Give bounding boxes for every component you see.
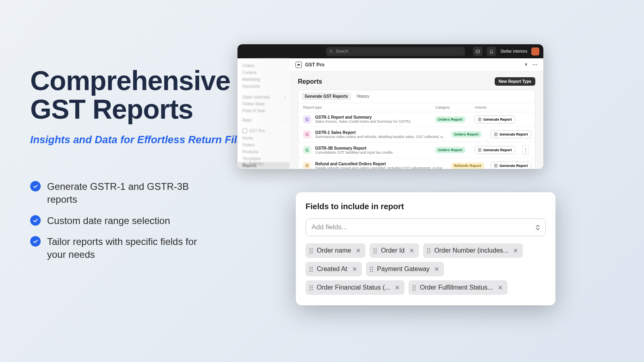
check-icon	[30, 181, 41, 191]
generate-report-button[interactable]: Generate Report	[491, 162, 531, 169]
row-title: GSTR-3B Summary Report	[315, 146, 432, 150]
row-text: GSTR-1 Sales Report Summarizes sales ord…	[315, 130, 448, 139]
remove-chip-button[interactable]	[355, 247, 361, 254]
tabs: Generate GST Reports History	[298, 90, 535, 103]
remove-chip-button[interactable]	[409, 247, 415, 254]
sidebar-item[interactable]: Home	[237, 135, 290, 142]
col-category: Category	[435, 105, 471, 109]
chip-label: Created At	[317, 265, 347, 273]
bullet-text: Generate GSTR-1 and GSTR-3B reports	[47, 180, 216, 206]
bullet-text: Custom date range selection	[47, 214, 170, 227]
field-chip[interactable]: Order Fulfillment Status...	[409, 280, 507, 295]
feature-bullet: Tailor reports with specific fields for …	[30, 235, 272, 261]
row-title: GSTR-1 Report and Summary	[315, 115, 432, 119]
hero-section: Comprehensive GST Reports Insights and D…	[30, 66, 272, 269]
svg-point-0	[330, 50, 332, 52]
drag-handle-icon[interactable]	[310, 248, 313, 253]
sidebar-item[interactable]: Products	[237, 148, 290, 155]
more-icon[interactable]	[532, 62, 538, 68]
chip-label: Order Number (includes...	[434, 247, 508, 254]
hero-headline: Comprehensive GST Reports	[30, 66, 272, 124]
app-header: GST Pro	[290, 58, 543, 72]
sidebar-apps-header[interactable]: Apps	[237, 117, 290, 123]
report-icon	[494, 132, 498, 136]
bell-icon	[489, 49, 494, 54]
svg-point-3	[535, 64, 535, 65]
row-title: Refund and Cancelled Orders Report	[315, 162, 448, 166]
generate-report-button[interactable]: Generate Report	[491, 130, 531, 138]
generate-report-button[interactable]: Generate Report	[475, 115, 515, 123]
sidebar-item[interactable]: Discounts	[237, 83, 290, 90]
chip-label: Order name	[317, 247, 351, 254]
table-row[interactable]: G GSTR-1 Report and Summary Sales Invoic…	[298, 112, 535, 127]
chip-label: Order Id	[381, 247, 405, 254]
headline-line-2: GST Reports	[30, 94, 193, 124]
tab-history[interactable]: History	[353, 93, 372, 100]
table-row[interactable]: R Refund and Cancelled Orders Report Det…	[298, 158, 535, 169]
remove-chip-button[interactable]	[497, 284, 504, 291]
page-title: Reports	[298, 78, 322, 85]
app-logo-icon	[295, 62, 302, 68]
sidebar-item[interactable]: Online Store	[237, 101, 290, 107]
field-chip[interactable]: Order Number (includes...	[423, 243, 523, 258]
sidebar-item[interactable]: Marketing	[237, 76, 290, 83]
new-report-button[interactable]: New Report Type	[495, 77, 535, 86]
remove-chip-button[interactable]	[394, 284, 400, 291]
sidebar-item[interactable]: Orders	[237, 62, 290, 69]
remove-chip-button[interactable]	[512, 247, 519, 254]
col-report-type: Report type	[303, 105, 432, 109]
sidebar: Orders Content Marketing Discounts Sales…	[237, 58, 290, 169]
sidebar-settings[interactable]: Settings	[242, 161, 263, 166]
category-badge: Refunds Report	[451, 162, 484, 169]
fields-panel: Fields to include in report Add fields..…	[296, 192, 555, 305]
drag-handle-icon[interactable]	[310, 267, 313, 272]
row-more-button[interactable]: ⋮	[522, 145, 529, 155]
row-description: Sales Invoice, Sales Credit Notes and Su…	[315, 119, 432, 123]
app-body: GST Pro Reports New Report Type Generate…	[290, 58, 543, 169]
add-fields-combobox[interactable]: Add fields...	[305, 218, 546, 236]
inbox-button[interactable]	[473, 47, 483, 56]
notifications-button[interactable]	[487, 47, 496, 56]
pin-icon[interactable]	[523, 62, 529, 68]
field-chip[interactable]: Created At	[305, 262, 362, 276]
app-topbar: Search Stellar interiors	[237, 44, 543, 58]
drag-handle-icon[interactable]	[413, 285, 416, 290]
row-title: GSTR-1 Sales Report	[315, 130, 448, 135]
sidebar-item[interactable]: Orders	[237, 142, 290, 148]
svg-point-2	[533, 64, 534, 65]
store-name[interactable]: Stellar interiors	[500, 49, 527, 53]
drag-handle-icon[interactable]	[370, 267, 373, 272]
sidebar-gst-pro[interactable]: GST Pro	[237, 127, 290, 135]
generate-report-label: Generate Report	[500, 132, 528, 136]
remove-chip-button[interactable]	[433, 266, 440, 272]
fields-title: Fields to include in report	[305, 202, 546, 211]
reports-header: Reports New Report Type	[290, 72, 543, 90]
app-name: GST Pro	[305, 62, 324, 68]
add-fields-placeholder: Add fields...	[312, 223, 347, 231]
user-avatar[interactable]	[531, 47, 539, 56]
row-text: GSTR-3B Summary Report Consolidates GST …	[315, 146, 432, 154]
generate-report-label: Generate Report	[483, 117, 512, 121]
field-chip[interactable]: Payment Gateway	[366, 262, 444, 276]
sidebar-item[interactable]: Content	[237, 69, 290, 76]
row-description: Details refunds issued and orders cancel…	[315, 166, 448, 169]
drag-handle-icon[interactable]	[310, 285, 313, 290]
field-chip[interactable]: Order name	[305, 243, 365, 258]
generate-report-button[interactable]: Generate Report	[475, 146, 515, 154]
category-badge: Orders Report	[435, 147, 465, 153]
row-text: Refund and Cancelled Orders Report Detai…	[315, 162, 448, 169]
search-input[interactable]: Search	[326, 47, 465, 56]
sidebar-item[interactable]: Sales channels	[237, 94, 290, 101]
sidebar-item[interactable]: Point of Sale	[237, 107, 290, 114]
check-icon	[30, 215, 41, 226]
drag-handle-icon[interactable]	[427, 248, 430, 253]
field-chip[interactable]: Order Id	[369, 243, 419, 258]
table-row[interactable]: G GSTR-3B Summary Report Consolidates GS…	[298, 142, 535, 158]
drag-handle-icon[interactable]	[374, 248, 377, 253]
field-chip[interactable]: Order Financial Status (...	[305, 280, 405, 295]
remove-chip-button[interactable]	[351, 266, 358, 272]
report-icon	[478, 148, 482, 152]
table-row[interactable]: G GSTR-1 Sales Report Summarizes sales o…	[298, 127, 535, 142]
tab-generate-reports[interactable]: Generate GST Reports	[301, 93, 351, 100]
row-text: GSTR-1 Report and Summary Sales Invoice,…	[315, 115, 432, 123]
